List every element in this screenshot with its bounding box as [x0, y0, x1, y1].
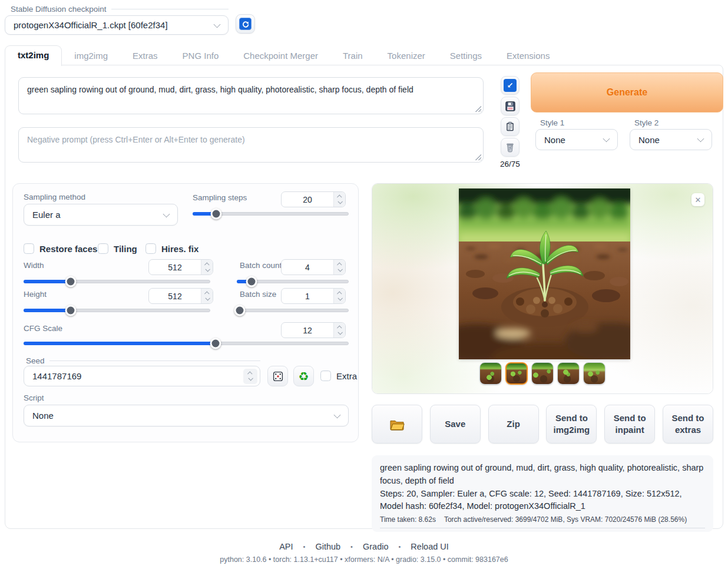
script-dropdown[interactable]: None: [24, 405, 349, 426]
sampling-steps-input[interactable]: 20: [281, 191, 346, 207]
chevron-down-icon: [603, 135, 610, 143]
zip-button[interactable]: Zip: [488, 405, 539, 444]
thumbnail-3[interactable]: [531, 362, 554, 385]
recycle-icon: ♻: [299, 370, 309, 382]
batch-count-slider[interactable]: [237, 280, 349, 283]
thumbnail-4[interactable]: [557, 362, 580, 385]
version-info: python: 3.10.6 • torch: 1.13.1+cu117 • x…: [0, 555, 728, 564]
checkbox-icon[interactable]: [320, 370, 331, 381]
style1-label: Style 1: [540, 118, 564, 127]
stable-diffusion-webui: Stable Diffusion checkpoint protogenX34O…: [0, 0, 728, 569]
generate-button[interactable]: Generate: [531, 72, 723, 113]
slider-handle[interactable]: [246, 276, 257, 287]
footer-link-github[interactable]: Github: [315, 542, 340, 551]
restore-faces-label: Restore faces: [39, 244, 97, 254]
checkbox-icon[interactable]: [98, 243, 108, 254]
height-value: 512: [149, 292, 201, 301]
slider-handle[interactable]: [65, 276, 76, 287]
style1-dropdown[interactable]: None: [535, 129, 618, 150]
tiling-checkbox[interactable]: Tiling: [98, 243, 137, 254]
generation-info: green sapling rowing out of ground, mud,…: [372, 455, 713, 532]
cfg-scale-slider[interactable]: [24, 342, 349, 345]
batch-count-input[interactable]: 4: [281, 259, 346, 275]
sampling-steps-slider[interactable]: [193, 212, 349, 216]
extra-label: Extra: [336, 371, 357, 381]
thumbnail-1[interactable]: [479, 362, 502, 385]
tab-extensions[interactable]: Extensions: [494, 47, 562, 65]
restore-faces-checkbox[interactable]: Restore faces: [24, 243, 97, 254]
stepper-icon[interactable]: [201, 289, 213, 303]
arrow-down-left-icon: [504, 79, 517, 92]
footer-link-reload-ui[interactable]: Reload UI: [411, 542, 448, 551]
save-style-button[interactable]: [501, 97, 519, 115]
floppy-disk-icon: [505, 101, 516, 112]
tab-checkpoint-merger[interactable]: Checkpoint Merger: [231, 47, 330, 65]
stepper-icon[interactable]: [333, 260, 345, 274]
tab-png-info[interactable]: PNG Info: [170, 47, 231, 65]
thumbnail-2-selected[interactable]: [505, 362, 528, 385]
stepper-icon[interactable]: [243, 369, 257, 384]
chevron-down-icon: [333, 411, 341, 418]
height-input[interactable]: 512: [148, 288, 213, 304]
cfg-scale-label: CFG Scale: [24, 324, 62, 333]
stepper-icon[interactable]: [333, 192, 345, 207]
send-to-extras-button[interactable]: Send to extras: [663, 405, 713, 444]
width-slider[interactable]: [24, 280, 210, 283]
send-to-img2img-button[interactable]: Send to img2img: [546, 405, 597, 444]
main-tabs: txt2img img2img Extras PNG Info Checkpoi…: [5, 46, 562, 65]
tab-txt2img[interactable]: txt2img: [5, 45, 62, 66]
cfg-scale-input[interactable]: 12: [281, 322, 346, 338]
resize-handle-icon[interactable]: [475, 154, 481, 160]
batch-size-input[interactable]: 1: [281, 288, 346, 304]
resize-handle-icon[interactable]: [475, 105, 481, 112]
image-actions: Save Zip Send to img2img Send to inpaint…: [372, 405, 713, 444]
slider-handle[interactable]: [211, 209, 222, 220]
hires-fix-label: Hires. fix: [161, 244, 198, 254]
checkpoint-group: Stable Diffusion checkpoint protogenX34O…: [5, 5, 229, 35]
send-to-inpaint-button[interactable]: Send to inpaint: [604, 405, 655, 444]
generated-image[interactable]: [459, 188, 630, 359]
height-slider[interactable]: [24, 309, 210, 312]
checkbox-icon[interactable]: [145, 243, 156, 254]
extra-seed-checkbox[interactable]: Extra: [320, 370, 357, 381]
seed-input[interactable]: 1441787169: [24, 366, 260, 386]
paste-generation-params-button[interactable]: [501, 76, 519, 95]
tab-img2img[interactable]: img2img: [62, 47, 120, 65]
width-input[interactable]: 512: [148, 259, 213, 275]
batch-size-slider[interactable]: [237, 309, 349, 312]
thumbnail-5[interactable]: [583, 362, 605, 385]
reuse-seed-button[interactable]: ♻: [293, 366, 314, 386]
slider-handle[interactable]: [65, 305, 76, 316]
script-label: Script: [24, 393, 44, 402]
footer-link-gradio[interactable]: Gradio: [363, 542, 389, 551]
stepper-icon[interactable]: [333, 323, 345, 338]
height-label: Height: [24, 290, 47, 299]
checkpoint-dropdown[interactable]: protogenX34OfficialR_1.ckpt [60fe2f34]: [5, 15, 229, 35]
prompt-textarea[interactable]: green sapling rowing out of ground, mud,…: [18, 77, 484, 114]
slider-handle[interactable]: [210, 338, 221, 349]
tab-train[interactable]: Train: [330, 47, 375, 65]
footer-link-api[interactable]: API: [279, 542, 293, 551]
open-folder-button[interactable]: [372, 405, 422, 444]
apply-style-button[interactable]: [501, 117, 519, 136]
slider-handle[interactable]: [234, 305, 245, 316]
style2-dropdown[interactable]: None: [630, 129, 712, 150]
stepper-icon[interactable]: [333, 289, 345, 303]
tab-extras[interactable]: Extras: [120, 47, 170, 65]
hires-fix-checkbox[interactable]: Hires. fix: [145, 243, 198, 254]
random-seed-button[interactable]: [267, 366, 288, 386]
checkbox-icon[interactable]: [24, 243, 34, 254]
negative-prompt-textarea[interactable]: Negative prompt (press Ctrl+Enter or Alt…: [18, 127, 484, 163]
tab-tokenizer[interactable]: Tokenizer: [375, 47, 438, 65]
clear-prompt-button[interactable]: [501, 138, 519, 157]
save-button[interactable]: Save: [430, 405, 481, 444]
tab-settings[interactable]: Settings: [438, 47, 494, 65]
width-value: 512: [149, 263, 201, 272]
refresh-checkpoints-button[interactable]: [236, 14, 255, 34]
info-prompt: green sapling rowing out of ground, mud,…: [380, 462, 705, 488]
close-gallery-button[interactable]: ✕: [691, 193, 704, 206]
negative-prompt-placeholder: Negative prompt (press Ctrl+Enter or Alt…: [27, 135, 245, 144]
sampling-method-dropdown[interactable]: Euler a: [24, 204, 178, 226]
bullet-separator: •: [399, 543, 401, 550]
stepper-icon[interactable]: [201, 260, 213, 274]
